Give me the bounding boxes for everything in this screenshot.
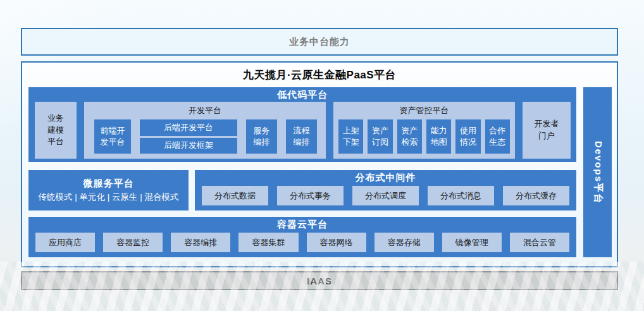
asset-control-group: 资产管控平台 上架下架 资产订阅 资产检索 能力地图 使用情况 合作生态 (333, 102, 515, 159)
microservice-modes-label: 传统模式 | 单元化 | 云原生 | 混合模式 (38, 192, 178, 203)
container-orchestration-block: 容器编排 (171, 233, 230, 252)
asset-control-title: 资产管控平台 (333, 102, 515, 116)
distributed-message-block: 分布式消息 (428, 186, 494, 205)
asset-search-block: 资产检索 (397, 119, 422, 154)
usage-status-block: 使用情况 (455, 119, 480, 154)
app-store-block: 应用商店 (35, 233, 95, 252)
distributed-middleware-band: 分布式中间件 分布式数据 分布式事务 分布式调度 分布式消息 分布式缓存 (195, 170, 576, 210)
developer-portal-block: 开发者门户 (523, 102, 571, 159)
container-cluster-block: 容器集群 (238, 233, 298, 252)
iaas-label: IAAS (307, 276, 332, 286)
business-modeling-block: 业务建模平台 (35, 102, 77, 159)
distributed-middleware-title: 分布式中间件 (195, 170, 576, 184)
frontend-dev-block: 前端开发平台 (94, 119, 131, 154)
devops-platform-bar: Devops平台 (583, 87, 612, 257)
asset-onoff-shelf-block: 上架下架 (338, 119, 363, 154)
lowcode-platform-title: 低代码平台 (28, 87, 576, 101)
capability-map-block: 能力地图 (426, 119, 451, 154)
business-modeling-label: 业务建模平台 (46, 113, 65, 149)
architecture-diagram: 业务中台能力 九天揽月·云原生金融PaaS平台 低代码平台 业务建模平台 开发平… (0, 0, 644, 311)
dev-platform-row: 前端开发平台 后端开发平台 后端开发框架 服务编排 流程编排 (94, 119, 317, 154)
image-management-block: 镜像管理 (442, 233, 502, 252)
dev-platform-title: 开发平台 (84, 102, 326, 116)
container-storage-block: 容器存储 (375, 233, 434, 252)
microservice-platform-band: 微服务平台 传统模式 | 单元化 | 云原生 | 混合模式 (28, 170, 189, 210)
backend-stack: 后端开发平台 后端开发框架 (140, 119, 237, 154)
container-cloud-band: 容器云平台 应用商店 容器监控 容器编排 容器集群 容器网络 容器存储 镜像管理… (28, 217, 576, 257)
asset-subscription-block: 资产订阅 (368, 119, 392, 154)
developer-portal-label: 开发者门户 (533, 118, 560, 142)
container-cloud-row: 应用商店 容器监控 容器编排 容器集群 容器网络 容器存储 镜像管理 混合云管 (35, 233, 569, 252)
business-middle-platform-banner: 业务中台能力 (21, 28, 618, 56)
middleware-row: 分布式数据 分布式事务 分布式调度 分布式消息 分布式缓存 (202, 186, 569, 205)
cooperation-ecosystem-block: 合作生态 (485, 119, 510, 154)
iaas-bar: IAAS (21, 271, 618, 290)
business-middle-platform-label: 业务中台能力 (289, 36, 350, 48)
lowcode-platform-content: 业务建模平台 开发平台 前端开发平台 后端开发平台 后端开发框架 服务编排 (35, 102, 571, 159)
distributed-data-block: 分布式数据 (202, 186, 268, 205)
paas-platform-container: 九天揽月·云原生金融PaaS平台 低代码平台 业务建模平台 开发平台 前端开发平… (21, 61, 618, 267)
distributed-cache-block: 分布式缓存 (503, 186, 569, 205)
microservice-platform-title: 微服务平台 (84, 178, 134, 190)
service-orchestration-block: 服务编排 (246, 119, 277, 154)
backend-dev-platform-block: 后端开发平台 (140, 119, 237, 136)
devops-platform-label: Devops平台 (591, 140, 604, 204)
container-monitoring-block: 容器监控 (103, 233, 163, 252)
backend-dev-framework-block: 后端开发框架 (140, 138, 237, 154)
process-orchestration-block: 流程编排 (286, 119, 317, 154)
dev-platform-group: 开发平台 前端开发平台 后端开发平台 后端开发框架 服务编排 (84, 102, 326, 159)
hybrid-cloud-mgmt-block: 混合云管 (510, 233, 569, 252)
distributed-transaction-block: 分布式事务 (277, 186, 344, 205)
lowcode-platform-band: 低代码平台 业务建模平台 开发平台 前端开发平台 后端开发平台 后端开发框架 (28, 87, 576, 162)
asset-control-row: 上架下架 资产订阅 资产检索 能力地图 使用情况 合作生态 (338, 119, 510, 154)
container-network-block: 容器网络 (307, 233, 366, 252)
distributed-scheduling-block: 分布式调度 (352, 186, 419, 205)
platform-title: 九天揽月·云原生金融PaaS平台 (22, 68, 617, 82)
container-cloud-title: 容器云平台 (28, 217, 576, 231)
